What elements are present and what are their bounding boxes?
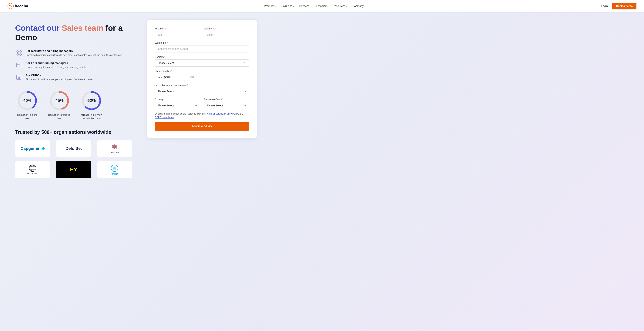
feature-chro: For CHROs Find the skill proficiency of … <box>15 74 132 81</box>
stat-time-to-hire: 45% Reduction in time-to-hire <box>47 90 72 120</box>
last-name-label: Last name* <box>204 27 249 30</box>
privacy-link[interactable]: Privacy Policy <box>224 112 238 115</box>
country-group: Country* Please Select <box>155 98 200 109</box>
logo-text: iMocha <box>15 4 28 8</box>
requirement-select[interactable]: Please Select <box>155 88 249 95</box>
work-email-input[interactable] <box>155 45 249 52</box>
right-panel: First name* Last name* Work email* <box>144 12 264 331</box>
stat-circle-45: 45% <box>49 90 70 111</box>
stats-section: 40% Reduction in hiring cost 45% Reducti… <box>15 90 132 120</box>
stat-hiring-cost: 40% Reduction in hiring cost <box>15 90 40 120</box>
chro-icon <box>15 74 23 81</box>
nav-customers[interactable]: Customers <box>315 4 328 8</box>
nav-company[interactable]: Company ▾ <box>352 4 366 8</box>
country-label: Country* <box>155 98 200 101</box>
recruiters-icon <box>15 49 23 57</box>
nav-services[interactable]: Services <box>299 4 310 8</box>
login-button[interactable]: Login › <box>601 4 609 8</box>
nav-solutions[interactable]: Solutions ▾ <box>282 4 294 8</box>
requirement-label: Let us know your requirement* <box>155 84 249 86</box>
first-name-label: First name* <box>155 27 200 30</box>
navbar: iMocha Products ▾ Solutions ▾ Services C… <box>0 0 644 12</box>
stat-circle-40: 40% <box>17 90 38 111</box>
logo-unicef: unicef <box>97 161 132 178</box>
submit-button[interactable]: BOOK A DEMO <box>155 122 249 130</box>
first-name-group: First name* <box>155 27 200 38</box>
phone-number-input[interactable] <box>187 74 249 81</box>
requirement-group: Let us know your requirement* Please Sel… <box>155 84 249 95</box>
ld-icon <box>15 61 23 69</box>
logo-capgemini: Capgemini <box>15 140 50 157</box>
demo-form: First name* Last name* Work email* <box>147 20 257 138</box>
gdpr-link[interactable]: GDPR commitment <box>155 116 174 119</box>
hero-title-salmon: Sales team <box>62 24 103 32</box>
legal-text: By clicking on the button below I agree … <box>155 112 249 119</box>
nav-resources[interactable]: Resources ▾ <box>333 4 347 8</box>
terms-link[interactable]: Terms of Service <box>206 112 223 115</box>
features-list: For recruiters and hiring managers Speak… <box>15 49 132 81</box>
book-demo-nav-button[interactable]: Book a demo <box>612 3 636 10</box>
svg-point-9 <box>18 76 20 78</box>
nav-actions: Login › Book a demo <box>601 3 636 10</box>
seniority-group: Seniority* Please Select <box>155 56 249 66</box>
feature-recruiters: For recruiters and hiring managers Speak… <box>15 49 132 57</box>
work-email-label: Work email* <box>155 41 249 44</box>
left-panel: Contact our Sales team for a Demo For re… <box>0 12 144 331</box>
feature-ld-text: For L&D and training managers Learn how … <box>26 61 89 69</box>
feature-recruiters-text: For recruiters and hiring managers Speak… <box>26 49 122 57</box>
chevron-down-icon: ▾ <box>364 5 366 7</box>
phone-country-select[interactable]: India (भारत) <box>155 74 185 81</box>
phone-label: Phone number* <box>155 70 249 72</box>
stat-circle-62: 62% <box>81 90 102 111</box>
hero-title-blue: Contact our <box>15 24 62 32</box>
last-name-group: Last name* <box>204 27 249 38</box>
feature-chro-text: For CHROs Find the skill proficiency of … <box>26 74 93 81</box>
phone-inputs: India (भारत) <box>155 74 249 81</box>
nav-products[interactable]: Products ▾ <box>264 4 276 8</box>
employee-count-label: Employee Count* <box>204 98 249 101</box>
main-layout: Contact our Sales team for a Demo For re… <box>0 12 644 331</box>
country-select[interactable]: Please Select <box>155 102 200 109</box>
logo-deloitte: Deloitte. <box>56 140 91 157</box>
work-email-group: Work email* <box>155 41 249 52</box>
chevron-down-icon: ▾ <box>346 5 347 7</box>
phone-group: Phone number* India (भारत) <box>155 70 249 81</box>
capgemini-dot <box>42 147 45 150</box>
last-name-input[interactable] <box>204 31 249 38</box>
phone-row: Phone number* India (भारत) <box>155 70 249 81</box>
name-row: First name* Last name* <box>155 27 249 38</box>
logo[interactable]: iMocha <box>8 3 28 9</box>
svg-point-22 <box>114 167 116 169</box>
feature-ld: For L&D and training managers Learn how … <box>15 61 132 69</box>
chevron-down-icon: ▾ <box>293 5 294 7</box>
chevron-right-icon: › <box>608 5 609 7</box>
logo-encora: encora <box>97 140 132 157</box>
logo-grid: Capgemini Deloitte. encora <box>15 140 132 178</box>
seniority-label: Seniority* <box>155 56 249 58</box>
svg-point-3 <box>18 52 20 54</box>
email-row: Work email* <box>155 41 249 52</box>
hero-title: Contact our Sales team for a Demo <box>15 24 132 42</box>
imocha-logo-icon <box>8 3 14 9</box>
country-employee-row: Country* Please Select Employee Count* P… <box>155 98 249 109</box>
first-name-input[interactable] <box>155 31 200 38</box>
logo-interpol: INTERPOL <box>15 161 50 178</box>
logo-ey: EY <box>56 161 91 178</box>
employee-count-select[interactable]: Please Select <box>204 102 249 109</box>
requirement-row: Let us know your requirement* Please Sel… <box>155 84 249 95</box>
seniority-row: Seniority* Please Select <box>155 56 249 66</box>
trusted-section: Trusted by 500+ organisations worldwide … <box>15 129 132 178</box>
nav-links: Products ▾ Solutions ▾ Services Customer… <box>264 4 366 8</box>
stat-interview-ratio: 62% Increase in interview-to-selection r… <box>79 90 104 120</box>
chevron-down-icon: ▾ <box>275 5 276 7</box>
seniority-select[interactable]: Please Select <box>155 60 249 66</box>
employee-count-group: Employee Count* Please Select <box>204 98 249 109</box>
